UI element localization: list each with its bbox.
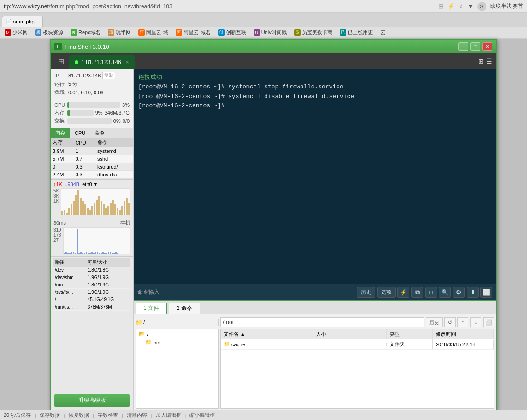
bookmark-univ[interactable]: U Univ时间戳: [251, 28, 290, 37]
browser-tab-active[interactable]: 📄 forum.php...: [2, 16, 43, 27]
bookmark-shaomi[interactable]: M 少米网: [2, 28, 30, 37]
restore-button[interactable]: □: [470, 42, 480, 51]
bookmark-wanban[interactable]: 玩 玩半网: [105, 28, 134, 37]
search-cmd-icon[interactable]: 🔍: [439, 287, 451, 298]
latency-bar: [99, 253, 100, 254]
cpu-progress-container: [67, 102, 120, 108]
file-row-cache[interactable]: 📁 .cache 文件夹 2018/03/15 22:14: [221, 339, 494, 350]
tab-nav-left[interactable]: ⊞: [53, 53, 69, 69]
uptime-value: 5 分: [68, 81, 77, 88]
file-history-button[interactable]: 历史: [426, 317, 443, 327]
col-type[interactable]: 类型: [387, 329, 433, 339]
dropdown-icon[interactable]: ▼: [468, 3, 474, 10]
grid-view-icon[interactable]: ⊞: [478, 58, 484, 65]
proc-cmd: dbus-dae: [95, 171, 133, 179]
col-filename[interactable]: 文件名: [221, 329, 313, 339]
lightning-icon[interactable]: ⚡: [447, 3, 455, 10]
bookmark-chuangxin[interactable]: 创 创新互联: [215, 28, 249, 37]
settings-cmd-icon[interactable]: ⚙: [453, 287, 465, 298]
bookmark-icon-yishang: 已: [340, 29, 346, 36]
download-icon[interactable]: ↓: [470, 317, 481, 327]
tree-root-item[interactable]: 📂 /: [136, 329, 218, 338]
options-button[interactable]: 选项: [377, 287, 396, 298]
close-button[interactable]: ✕: [482, 42, 492, 51]
clear-btn[interactable]: 清除内容: [127, 412, 147, 419]
session-close-icon[interactable]: ×: [126, 59, 129, 65]
bookmark-icon-wanban: 玩: [108, 29, 114, 36]
latency-bar: [64, 253, 65, 254]
disk-table: 路径 可用/大小 /dev1.8G/1.8G/dev/shm1.9G/1.9G/…: [53, 258, 130, 311]
file-mtime: 2018/03/15 22:14: [433, 340, 494, 349]
session-tab[interactable]: 1 81.71.123.146 ×: [69, 55, 135, 69]
net-bar: [98, 196, 100, 215]
col-size[interactable]: 大小: [313, 329, 387, 339]
bookmark-yishang[interactable]: 已 已上线用更: [337, 28, 376, 37]
bookmark-repo[interactable]: R Repo域名: [68, 28, 103, 37]
swap-label: 交换: [54, 117, 67, 124]
refresh-icon[interactable]: ↺: [444, 317, 456, 327]
restore-data-btn[interactable]: 恢复数据: [69, 412, 89, 419]
file-table-header: 文件名 大小 类型 修改时间: [221, 329, 494, 339]
tree-bin-item[interactable]: 📁 bin: [136, 338, 218, 347]
bookmark-aliyun1[interactable]: 阿 阿里云-域: [136, 28, 171, 37]
terminal-line-2: [root@VM-16-2-centos ~]# systemctl disab…: [138, 92, 491, 102]
browser-bar: ttp://www.wkzy.net/forum.php?mod=post&ac…: [0, 0, 527, 13]
bookmark-aliyun2[interactable]: 阿 阿里云-域名: [173, 28, 213, 37]
tab-commands[interactable]: 2 命令: [169, 303, 200, 314]
upload-icon[interactable]: ↑: [457, 317, 468, 327]
bookmark-icon-yuanbao: 员: [294, 29, 301, 36]
expand-cmd-icon[interactable]: ⬜: [480, 287, 492, 298]
bottom-content: 📁 / /root 历史 ↺ ↑ ↓ ⬜: [134, 314, 496, 411]
disk-row: /dev/shm1.9G/1.9G: [53, 274, 130, 281]
net-down-label: ↓984B: [65, 181, 79, 187]
latency-bar: [86, 252, 87, 254]
bookmark-yuanbao[interactable]: 员 员宝美数卡商: [291, 28, 335, 37]
col-mtime[interactable]: 修改时间: [433, 329, 494, 339]
enlarge-btn[interactable]: 加大编辑框: [156, 412, 181, 419]
latency-bar: [93, 253, 95, 254]
bookmark-bankuai[interactable]: 板 板块资源: [32, 28, 66, 37]
connection-status-dot: [75, 60, 78, 64]
latency-bar: [73, 252, 74, 254]
net-bar: [105, 208, 107, 215]
latency-bar: [71, 252, 72, 254]
uptime-row: 运行 5 分: [54, 81, 130, 88]
disk-col-size: 可用/大小: [86, 258, 130, 267]
bookmark-yun[interactable]: 云: [378, 28, 388, 37]
lightning-cmd-icon[interactable]: ⚡: [397, 287, 409, 298]
tab-files[interactable]: 1 文件: [136, 303, 167, 314]
file-nav: 📁 / /root 历史 ↺ ↑ ↓ ⬜: [136, 316, 494, 329]
history-button[interactable]: 历史: [357, 287, 375, 298]
file-folder-icon: 📁: [224, 341, 230, 347]
net-dropdown-icon[interactable]: ▼: [93, 181, 98, 187]
more-icon[interactable]: ⬜: [483, 317, 494, 327]
latency-bar: [97, 252, 98, 254]
cpu-section: CPU 3% 内存 9% 346M/3.7G 交换: [51, 100, 133, 128]
finalshell-window: F FinalShell 3.0.10 ─ □ ✕ ⊞ 1 81.71.123.…: [50, 39, 497, 412]
download-cmd-icon[interactable]: ⬇: [467, 287, 479, 298]
menu-icon[interactable]: ☰: [486, 58, 492, 65]
proc-cpu: 1: [73, 147, 95, 155]
copy-ip-button[interactable]: 复制: [102, 72, 115, 79]
tab-command[interactable]: 命令: [90, 128, 109, 138]
tab-memory[interactable]: 内存: [51, 128, 70, 138]
shrink-btn[interactable]: 缩小编辑框: [189, 412, 215, 419]
terminal-success-msg: 连接成功: [138, 73, 491, 82]
latency-bar: [91, 252, 93, 254]
copy-cmd-icon[interactable]: ⧉: [411, 287, 423, 298]
command-input[interactable]: [163, 289, 357, 296]
charcount-btn[interactable]: 字数检查: [98, 412, 118, 419]
upgrade-button[interactable]: 升级高级版: [54, 394, 130, 407]
net-bar: [75, 195, 77, 215]
tab-cpu[interactable]: CPU: [70, 128, 90, 138]
save-data-btn[interactable]: 保存数据: [40, 412, 60, 419]
grid-icon[interactable]: ⊞: [438, 3, 444, 10]
star-icon[interactable]: ☆: [458, 3, 464, 10]
terminal-output[interactable]: 连接成功 [root@VM-16-2-centos ~]# systemctl …: [134, 69, 496, 284]
minimize-button[interactable]: ─: [458, 42, 468, 51]
disk-size: 1.8G/1.8G: [86, 267, 130, 274]
paste-cmd-icon[interactable]: □: [425, 287, 437, 298]
circle-brand-icon: S: [477, 2, 486, 11]
mem-row: 内存 9% 346M/3.7G: [54, 109, 130, 116]
folder-icon: 📁: [136, 319, 142, 326]
